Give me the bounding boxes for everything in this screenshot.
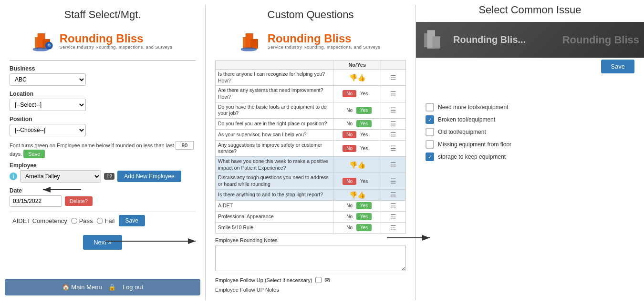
list-icon-btn-8[interactable]: ☰ bbox=[390, 191, 396, 199]
aidet-save-button[interactable]: Save bbox=[119, 215, 145, 226]
log-out-link[interactable]: Log out bbox=[123, 284, 143, 291]
list-icon-btn-1[interactable]: ☰ bbox=[390, 90, 396, 98]
aidet-label: AIDET Competency bbox=[12, 217, 67, 224]
list-icon-cell-4: ☰ bbox=[381, 129, 406, 140]
info-icon[interactable]: i bbox=[10, 173, 17, 180]
no-btn-9[interactable]: No bbox=[343, 202, 356, 209]
list-icon-btn-7[interactable]: ☰ bbox=[390, 177, 396, 185]
checkbox-label-1: Broken tool/equipment bbox=[438, 116, 495, 123]
yes-btn-7[interactable]: Yes bbox=[356, 178, 372, 185]
date-input[interactable] bbox=[10, 195, 62, 207]
position-select[interactable]: [--Choose--] bbox=[10, 124, 86, 136]
checkbox-item-2: Old tool/equipment bbox=[426, 128, 634, 136]
fail-radio[interactable] bbox=[97, 218, 103, 224]
list-icon-cell-10: ☰ bbox=[381, 211, 406, 222]
yes-btn-10[interactable]: Yes bbox=[356, 213, 372, 220]
location-select[interactable]: [--Select--] bbox=[10, 99, 86, 111]
list-icon-cell-8: ☰ bbox=[381, 189, 406, 200]
thumb-down-6[interactable]: 👎 bbox=[349, 161, 357, 169]
col1-logo-title: Rounding Bliss bbox=[60, 32, 173, 45]
yes-btn-5[interactable]: Yes bbox=[356, 145, 372, 152]
thumb-down-8[interactable]: 👎 bbox=[349, 191, 357, 199]
yes-btn-2[interactable]: Yes bbox=[356, 107, 372, 114]
question-text-9: AIDET bbox=[216, 200, 333, 211]
yes-btn-11[interactable]: Yes bbox=[356, 224, 372, 231]
list-icon-btn-2[interactable]: ☰ bbox=[390, 106, 396, 114]
thumb-up-6[interactable]: 👍 bbox=[357, 161, 365, 169]
question-text-0: Is there anyone I can recognize for help… bbox=[216, 70, 333, 86]
checkbox-item-0: Need more tools/equipment bbox=[426, 103, 634, 112]
svg-rect-12 bbox=[250, 39, 258, 49]
yes-btn-1[interactable]: Yes bbox=[356, 90, 372, 97]
col1-title: Staff Select/Mgt. bbox=[10, 5, 196, 21]
thumb-up-8[interactable]: 👍 bbox=[357, 191, 365, 199]
list-icon-btn-9[interactable]: ☰ bbox=[390, 202, 396, 210]
no-btn-2[interactable]: No bbox=[343, 107, 356, 114]
check-empty-2[interactable] bbox=[426, 128, 434, 136]
common-issue-list: Need more tools/equipment✓Broken tool/eq… bbox=[416, 98, 644, 170]
checkbox-item-4: ✓storage to keep equipment bbox=[426, 152, 634, 161]
location-label: Location bbox=[10, 91, 196, 97]
employee-badge: 12 bbox=[104, 173, 114, 180]
question-nyes-2: NoYes bbox=[333, 102, 381, 118]
thumb-up-0[interactable]: 👍 bbox=[357, 74, 365, 81]
main-menu-link[interactable]: Main Menu bbox=[71, 284, 102, 291]
question-text-4: As your supervisor, how can I help you? bbox=[216, 129, 333, 140]
list-icon-btn-6[interactable]: ☰ bbox=[390, 161, 396, 169]
right-save-button[interactable]: Save bbox=[601, 60, 634, 73]
check-empty-3[interactable] bbox=[426, 140, 434, 149]
list-icon-btn-0[interactable]: ☰ bbox=[390, 74, 396, 81]
days-input[interactable] bbox=[176, 141, 194, 150]
no-btn-5[interactable]: No bbox=[343, 145, 356, 152]
follow-up-checkbox[interactable] bbox=[315, 277, 322, 283]
checkbox-item-3: Missing equipment from floor bbox=[426, 140, 634, 149]
aidet-row: AIDET Competency Pass Fail Save bbox=[10, 212, 196, 229]
follow-up-notes-label: Employee Follow UP Notes bbox=[215, 287, 406, 293]
list-icon-cell-3: ☰ bbox=[381, 118, 406, 129]
check-empty-0[interactable] bbox=[426, 103, 434, 112]
yes-btn-4[interactable]: Yes bbox=[356, 131, 372, 138]
notes-textarea[interactable] bbox=[215, 245, 406, 271]
yes-btn-3[interactable]: Yes bbox=[356, 120, 372, 127]
yes-btn-9[interactable]: Yes bbox=[356, 202, 372, 209]
no-btn-7[interactable]: No bbox=[343, 178, 356, 185]
no-btn-11[interactable]: No bbox=[343, 224, 356, 231]
fail-radio-group: Fail bbox=[97, 217, 115, 224]
question-text-3: Do you feel you are in the right place o… bbox=[216, 118, 333, 129]
business-group: Business ABC bbox=[10, 65, 196, 86]
check-icon-4[interactable]: ✓ bbox=[426, 152, 434, 161]
col3-title: Select Common Issue bbox=[416, 0, 644, 16]
employee-label: Employee bbox=[10, 162, 196, 169]
list-icon-btn-4[interactable]: ☰ bbox=[390, 131, 396, 139]
business-select[interactable]: ABC bbox=[10, 73, 86, 86]
email-icon[interactable]: ✉ bbox=[324, 276, 330, 284]
business-label: Business bbox=[10, 65, 196, 72]
date-row: Delete? bbox=[10, 195, 196, 207]
svg-rect-18 bbox=[433, 36, 441, 49]
list-icon-btn-3[interactable]: ☰ bbox=[390, 120, 396, 128]
save-days-button[interactable]: Save bbox=[23, 150, 45, 158]
pass-radio[interactable] bbox=[71, 218, 77, 224]
col2-title: Custom Questions bbox=[215, 5, 406, 21]
list-icon-cell-7: ☰ bbox=[381, 173, 406, 189]
check-icon-1[interactable]: ✓ bbox=[426, 115, 434, 124]
list-icon-btn-10[interactable]: ☰ bbox=[390, 213, 396, 221]
list-icon-cell-0: ☰ bbox=[381, 70, 406, 86]
add-employee-button[interactable]: Add New Employee bbox=[117, 171, 181, 182]
employee-select[interactable]: Arnetta Talley bbox=[20, 170, 101, 183]
question-text-7: Discuss any tough questions you need to … bbox=[216, 173, 333, 189]
delete-button[interactable]: Delete? bbox=[65, 196, 93, 206]
date-label: Date bbox=[10, 187, 196, 194]
question-nyes-4: NoYes bbox=[333, 129, 381, 140]
action-header bbox=[381, 61, 406, 70]
checkbox-label-3: Missing equipment from floor bbox=[438, 141, 511, 148]
thumb-down-0[interactable]: 👎 bbox=[349, 74, 357, 81]
no-btn-3[interactable]: No bbox=[343, 120, 356, 127]
question-text-1: Are there any systems that need improvem… bbox=[216, 86, 333, 102]
no-btn-10[interactable]: No bbox=[343, 213, 356, 220]
no-btn-1[interactable]: No bbox=[343, 90, 356, 97]
no-btn-4[interactable]: No bbox=[343, 131, 356, 138]
list-icon-btn-5[interactable]: ☰ bbox=[390, 144, 396, 152]
pass-label: Pass bbox=[79, 217, 93, 224]
date-group: Date Delete? bbox=[10, 187, 196, 207]
